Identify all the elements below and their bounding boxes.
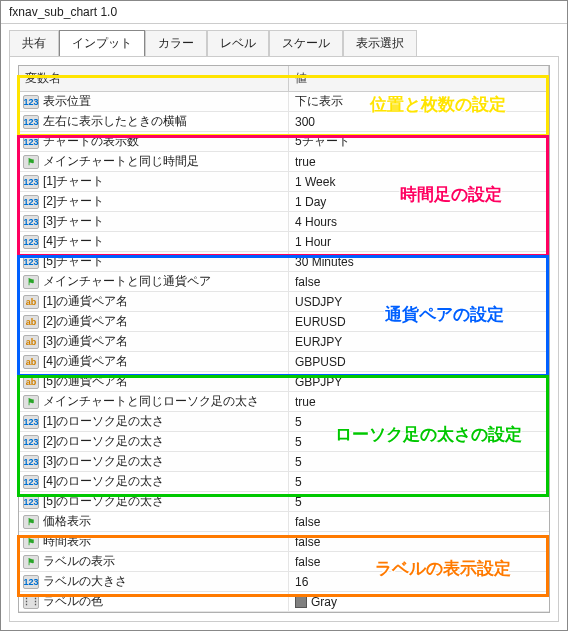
property-value-cell[interactable]: 1 Hour bbox=[289, 232, 549, 251]
header-name: 変数名 bbox=[19, 66, 289, 91]
property-row[interactable]: ⚑メインチャートと同じ時間足true bbox=[19, 152, 549, 172]
tab-0[interactable]: 共有 bbox=[9, 30, 59, 56]
property-name-cell: 123[3]のローソク足の太さ bbox=[19, 452, 289, 471]
property-value-cell[interactable]: true bbox=[289, 152, 549, 171]
property-value-cell[interactable]: 5 bbox=[289, 472, 549, 491]
property-name: [1]の通貨ペア名 bbox=[43, 293, 128, 310]
property-value-cell[interactable]: false bbox=[289, 512, 549, 531]
property-value-cell[interactable]: 5チャート bbox=[289, 132, 549, 151]
property-row[interactable]: 123[2]チャート1 Day bbox=[19, 192, 549, 212]
window-title: fxnav_sub_chart 1.0 bbox=[1, 1, 567, 24]
property-name-cell: 123チャートの表示数 bbox=[19, 132, 289, 151]
property-name-cell: 123[1]チャート bbox=[19, 172, 289, 191]
property-row[interactable]: 123[5]チャート30 Minutes bbox=[19, 252, 549, 272]
property-name-cell: ab[2]の通貨ペア名 bbox=[19, 312, 289, 331]
property-row[interactable]: ab[5]の通貨ペア名GBPJPY bbox=[19, 372, 549, 392]
property-row[interactable]: ab[2]の通貨ペア名EURUSD bbox=[19, 312, 549, 332]
property-row[interactable]: ⋮⋮ラベルの色Gray bbox=[19, 592, 549, 612]
property-row[interactable]: ⚑メインチャートと同じローソク足の太さtrue bbox=[19, 392, 549, 412]
num-type-icon: 123 bbox=[23, 175, 39, 189]
property-value-cell[interactable]: GBPUSD bbox=[289, 352, 549, 371]
property-value-cell[interactable]: 5 bbox=[289, 432, 549, 451]
color-swatch bbox=[295, 596, 307, 608]
str-type-icon: ab bbox=[23, 355, 39, 369]
property-row[interactable]: 123チャートの表示数5チャート bbox=[19, 132, 549, 152]
property-value: true bbox=[295, 155, 316, 169]
property-value-cell[interactable]: 1 Week bbox=[289, 172, 549, 191]
property-name-cell: 123[5]チャート bbox=[19, 252, 289, 271]
property-row[interactable]: ⚑時間表示false bbox=[19, 532, 549, 552]
flag-type-icon: ⚑ bbox=[23, 515, 39, 529]
property-value-cell[interactable]: Gray bbox=[289, 592, 549, 611]
num-type-icon: 123 bbox=[23, 215, 39, 229]
tab-bar: 共有インプットカラーレベルスケール表示選択 bbox=[1, 24, 567, 56]
property-value-cell[interactable]: 5 bbox=[289, 412, 549, 431]
property-row[interactable]: ab[3]の通貨ペア名EURJPY bbox=[19, 332, 549, 352]
property-row[interactable]: 123[5]のローソク足の太さ5 bbox=[19, 492, 549, 512]
tab-4[interactable]: スケール bbox=[269, 30, 343, 56]
property-value: false bbox=[295, 535, 320, 549]
property-name: [3]の通貨ペア名 bbox=[43, 333, 128, 350]
flag-type-icon: ⚑ bbox=[23, 155, 39, 169]
property-row[interactable]: 123[4]チャート1 Hour bbox=[19, 232, 549, 252]
property-value: false bbox=[295, 555, 320, 569]
tab-3[interactable]: レベル bbox=[207, 30, 269, 56]
property-value-cell[interactable]: false bbox=[289, 532, 549, 551]
property-value-cell[interactable]: 下に表示 bbox=[289, 92, 549, 111]
num-type-icon: 123 bbox=[23, 195, 39, 209]
property-name: メインチャートと同じローソク足の太さ bbox=[43, 393, 259, 410]
str-type-icon: ab bbox=[23, 375, 39, 389]
property-value-cell[interactable]: 300 bbox=[289, 112, 549, 131]
property-value-cell[interactable]: false bbox=[289, 272, 549, 291]
property-name: [4]のローソク足の太さ bbox=[43, 473, 164, 490]
property-value: 下に表示 bbox=[295, 93, 343, 110]
property-value-cell[interactable]: GBPJPY bbox=[289, 372, 549, 391]
tab-5[interactable]: 表示選択 bbox=[343, 30, 417, 56]
property-row[interactable]: 123[3]チャート4 Hours bbox=[19, 212, 549, 232]
property-name: ラベルの表示 bbox=[43, 553, 115, 570]
tab-1[interactable]: インプット bbox=[59, 30, 145, 56]
property-value-cell[interactable]: 16 bbox=[289, 572, 549, 591]
property-name-cell: ab[3]の通貨ペア名 bbox=[19, 332, 289, 351]
property-row[interactable]: 123[3]のローソク足の太さ5 bbox=[19, 452, 549, 472]
property-value-cell[interactable]: 4 Hours bbox=[289, 212, 549, 231]
property-name: [1]のローソク足の太さ bbox=[43, 413, 164, 430]
property-value: EURJPY bbox=[295, 335, 342, 349]
property-value-cell[interactable]: 5 bbox=[289, 452, 549, 471]
property-row[interactable]: ⚑価格表示false bbox=[19, 512, 549, 532]
property-row[interactable]: ab[4]の通貨ペア名GBPUSD bbox=[19, 352, 549, 372]
property-value-cell[interactable]: 30 Minutes bbox=[289, 252, 549, 271]
property-row[interactable]: 123[1]チャート1 Week bbox=[19, 172, 549, 192]
property-name-cell: 123ラベルの大きさ bbox=[19, 572, 289, 591]
property-name: [3]のローソク足の太さ bbox=[43, 453, 164, 470]
property-value-cell[interactable]: EURJPY bbox=[289, 332, 549, 351]
property-name-cell: 123[4]のローソク足の太さ bbox=[19, 472, 289, 491]
property-name: [5]の通貨ペア名 bbox=[43, 373, 128, 390]
property-value-cell[interactable]: 1 Day bbox=[289, 192, 549, 211]
property-value-cell[interactable]: EURUSD bbox=[289, 312, 549, 331]
property-row[interactable]: ⚑メインチャートと同じ通貨ペアfalse bbox=[19, 272, 549, 292]
str-type-icon: ab bbox=[23, 315, 39, 329]
num-type-icon: 123 bbox=[23, 95, 39, 109]
property-row[interactable]: 123[4]のローソク足の太さ5 bbox=[19, 472, 549, 492]
settings-window: fxnav_sub_chart 1.0 共有インプットカラーレベルスケール表示選… bbox=[0, 0, 568, 631]
property-row[interactable]: ⚑ラベルの表示false bbox=[19, 552, 549, 572]
property-value-cell[interactable]: true bbox=[289, 392, 549, 411]
property-name: [3]チャート bbox=[43, 213, 104, 230]
property-row[interactable]: 123[2]のローソク足の太さ5 bbox=[19, 432, 549, 452]
property-row[interactable]: 123左右に表示したときの横幅300 bbox=[19, 112, 549, 132]
property-row[interactable]: 123表示位置下に表示 bbox=[19, 92, 549, 112]
property-value-cell[interactable]: false bbox=[289, 552, 549, 571]
property-name-cell: ab[5]の通貨ペア名 bbox=[19, 372, 289, 391]
property-row[interactable]: 123ラベルの大きさ16 bbox=[19, 572, 549, 592]
property-row[interactable]: 123[1]のローソク足の太さ5 bbox=[19, 412, 549, 432]
property-row[interactable]: ab[1]の通貨ペア名USDJPY bbox=[19, 292, 549, 312]
property-name-cell: ab[1]の通貨ペア名 bbox=[19, 292, 289, 311]
property-name: [2]チャート bbox=[43, 193, 104, 210]
property-name-cell: 123[3]チャート bbox=[19, 212, 289, 231]
tab-2[interactable]: カラー bbox=[145, 30, 207, 56]
property-name-cell: ⚑メインチャートと同じ時間足 bbox=[19, 152, 289, 171]
property-value-cell[interactable]: 5 bbox=[289, 492, 549, 511]
property-value-cell[interactable]: USDJPY bbox=[289, 292, 549, 311]
str-type-icon: ab bbox=[23, 335, 39, 349]
